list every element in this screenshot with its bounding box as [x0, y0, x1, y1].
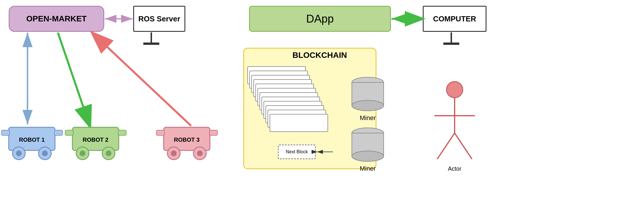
computer-label: COMPUTER — [433, 14, 476, 23]
svg-text:ROBOT 3: ROBOT 3 — [174, 137, 200, 143]
svg-line-56 — [455, 133, 472, 159]
svg-rect-25 — [156, 130, 164, 135]
svg-text:ROBOT 2: ROBOT 2 — [83, 137, 109, 143]
open-market-label: OPEN-MARKET — [26, 14, 87, 23]
monitor-base — [143, 43, 159, 45]
computer-stand — [451, 32, 452, 43]
svg-line-55 — [437, 133, 455, 159]
svg-point-28 — [171, 150, 177, 156]
svg-rect-24 — [164, 127, 210, 150]
robot3-om-arrow — [93, 33, 191, 126]
svg-point-52 — [447, 82, 463, 98]
svg-point-13 — [39, 147, 51, 160]
svg-point-11 — [12, 147, 25, 160]
svg-rect-26 — [209, 130, 217, 135]
computer-base — [443, 43, 459, 45]
svg-text:ROBOT 1: ROBOT 1 — [19, 137, 45, 143]
svg-rect-16 — [72, 127, 119, 150]
dapp-label: DApp — [306, 13, 334, 25]
svg-rect-18 — [118, 130, 126, 135]
svg-point-19 — [76, 147, 89, 160]
svg-point-29 — [193, 147, 206, 160]
monitor-stand — [151, 32, 152, 43]
dapp-box: DApp — [249, 6, 391, 32]
svg-point-20 — [80, 150, 85, 156]
svg-point-30 — [197, 150, 203, 156]
svg-rect-9 — [1, 130, 10, 135]
svg-rect-10 — [54, 130, 63, 135]
svg-point-12 — [16, 150, 22, 156]
svg-point-27 — [167, 147, 180, 160]
svg-point-21 — [102, 147, 115, 160]
svg-point-22 — [106, 150, 111, 156]
diagram: OPEN-MARKET ROS Server DApp COMPUTER BLO… — [0, 0, 644, 210]
blockchain-label: BLOCKCHAIN — [292, 51, 347, 60]
svg-rect-17 — [65, 130, 73, 135]
ros-server-box: ROS Server — [133, 6, 185, 32]
next-block: Next Block — [278, 145, 316, 159]
svg-point-14 — [42, 150, 48, 156]
om-robot2-arrow — [58, 33, 90, 126]
computer-box: COMPUTER — [423, 6, 486, 32]
open-market-box: OPEN-MARKET — [9, 6, 104, 32]
ros-server-label: ROS Server — [138, 14, 180, 23]
svg-rect-8 — [9, 127, 55, 150]
next-block-label: Next Block — [286, 149, 308, 154]
svg-text:Actor: Actor — [448, 165, 462, 172]
